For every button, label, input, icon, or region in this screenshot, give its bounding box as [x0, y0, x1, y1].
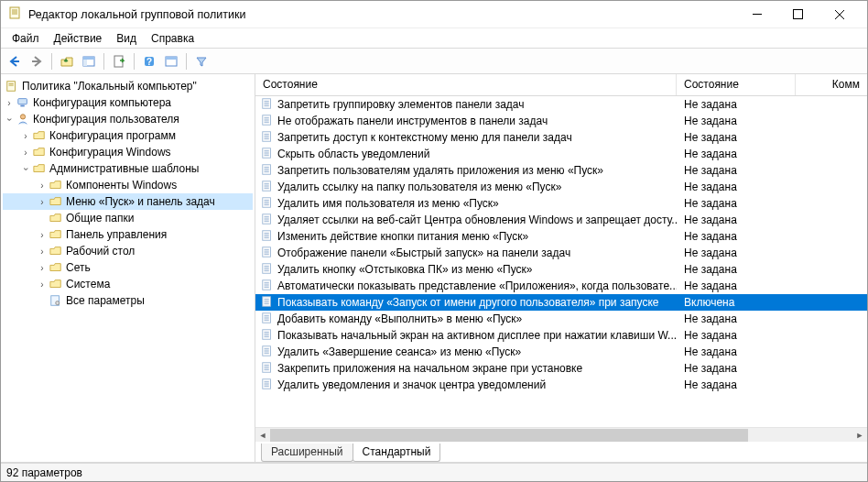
svg-point-21	[20, 115, 25, 119]
status-text: 92 параметров	[6, 466, 82, 479]
menu-view[interactable]: Вид	[109, 30, 144, 47]
list-row[interactable]: Удалить ссылку на папку пользователя из …	[255, 179, 867, 195]
tree-start-taskbar[interactable]: › Меню «Пуск» и панель задач	[3, 193, 253, 210]
up-button[interactable]	[57, 51, 77, 71]
item-state: Не задана	[677, 197, 796, 210]
expander-icon[interactable]: ›	[19, 131, 32, 141]
list-row[interactable]: Изменить действие кнопки питания меню «П…	[255, 228, 867, 245]
column-comment[interactable]: Комм	[796, 74, 867, 95]
item-state: Не задана	[677, 164, 796, 177]
tree-shared-folders[interactable]: Общие папки	[3, 210, 253, 226]
expander-icon[interactable]: ›	[36, 181, 49, 191]
item-state: Не задана	[677, 214, 796, 226]
svg-rect-39	[263, 148, 271, 158]
list-row[interactable]: Удалить имя пользователя из меню «Пуск»Н…	[255, 195, 867, 212]
expander-icon[interactable]: ›	[5, 113, 15, 126]
scroll-left-icon[interactable]: ◄	[255, 428, 270, 443]
maximize-button[interactable]	[777, 1, 819, 28]
close-button[interactable]	[819, 1, 860, 28]
menubar: Файл Действие Вид Справка	[1, 28, 867, 49]
tab-standard[interactable]: Стандартный	[353, 444, 441, 462]
tree-windows-components[interactable]: › Компоненты Windows	[3, 177, 253, 193]
scroll-right-icon[interactable]: ►	[852, 428, 867, 443]
tree-control-panel[interactable]: › Панель управления	[3, 226, 253, 243]
folder-icon	[32, 162, 47, 175]
list-row[interactable]: Скрыть область уведомленийНе задана	[255, 146, 867, 162]
tab-extended[interactable]: Расширенный	[261, 444, 353, 462]
folder-icon	[49, 212, 63, 225]
item-state: Не задана	[677, 230, 796, 243]
details-pane: Состояние Состояние Комм Запретить групп…	[255, 74, 867, 462]
list-body[interactable]: Запретить группировку элементов панели з…	[255, 96, 867, 427]
tree-windows-config[interactable]: › Конфигурация Windows	[3, 144, 253, 160]
menu-help[interactable]: Справка	[144, 30, 201, 47]
expander-icon[interactable]: ›	[3, 98, 16, 108]
expander-icon[interactable]: ›	[36, 197, 49, 207]
item-state: Не задана	[677, 181, 796, 193]
expander-icon[interactable]: ›	[19, 148, 32, 158]
tree-system[interactable]: › Система	[3, 276, 253, 292]
column-state[interactable]: Состояние	[677, 74, 796, 95]
list-row[interactable]: Запретить группировку элементов панели з…	[255, 96, 867, 113]
folder-icon	[49, 245, 63, 257]
folder-icon	[32, 129, 47, 142]
scroll-track[interactable]	[270, 428, 852, 443]
statusbar: 92 параметров	[1, 463, 867, 481]
properties-button[interactable]	[161, 51, 181, 71]
item-state: Включена	[677, 296, 796, 309]
svg-rect-9	[83, 57, 94, 60]
expander-icon[interactable]: ›	[21, 162, 31, 175]
show-hide-tree-button[interactable]	[79, 51, 99, 71]
horizontal-scrollbar[interactable]: ◄ ►	[255, 427, 867, 442]
list-row[interactable]: Добавить команду «Выполнить» в меню «Пус…	[255, 311, 867, 327]
list-header: Состояние Состояние Комм	[255, 74, 867, 96]
minimize-button[interactable]	[736, 1, 777, 28]
item-state: Не задана	[677, 378, 796, 391]
tree-root[interactable]: Политика "Локальный компьютер"	[3, 78, 253, 94]
list-row[interactable]: Автоматически показывать представление «…	[255, 278, 867, 294]
folder-icon	[49, 278, 63, 290]
list-row[interactable]: Удалить уведомления и значок центра увед…	[255, 377, 867, 393]
svg-point-23	[56, 301, 60, 305]
tree-desktop[interactable]: › Рабочий стол	[3, 243, 253, 259]
menu-action[interactable]: Действие	[47, 30, 110, 47]
tree-label: Все параметры	[66, 294, 145, 307]
list-row[interactable]: Запретить пользователям удалять приложен…	[255, 162, 867, 179]
column-name[interactable]: Состояние	[255, 74, 677, 95]
list-row[interactable]: Удаляет ссылки на веб-сайт Центра обновл…	[255, 212, 867, 228]
list-row[interactable]: Отображение панели «Быстрый запуск» на п…	[255, 245, 867, 261]
tree-user-config[interactable]: › Конфигурация пользователя	[3, 111, 253, 127]
policy-item-icon	[261, 279, 274, 294]
tree-label: Конфигурация Windows	[49, 146, 171, 159]
item-name: Скрыть область уведомлений	[277, 148, 429, 160]
user-icon	[16, 113, 30, 126]
item-name: Показывать начальный экран на активном д…	[277, 329, 677, 342]
list-row[interactable]: Показывать начальный экран на активном д…	[255, 327, 867, 344]
list-row[interactable]: Не отображать панели инструментов в пане…	[255, 113, 867, 129]
tree-network[interactable]: › Сеть	[3, 259, 253, 276]
policy-item-icon	[261, 345, 274, 360]
list-row[interactable]: Закрепить приложения на начальном экране…	[255, 360, 867, 377]
scroll-thumb[interactable]	[270, 429, 748, 442]
list-row[interactable]: Запретить доступ к контекстному меню для…	[255, 129, 867, 146]
tree-admin-templates[interactable]: › Административные шаблоны	[3, 160, 253, 177]
expander-icon[interactable]: ›	[36, 263, 49, 273]
forward-button[interactable]	[27, 51, 47, 71]
list-row[interactable]: Удалить кнопку «Отстыковка ПК» из меню «…	[255, 261, 867, 278]
filter-button[interactable]	[191, 51, 212, 71]
list-row[interactable]: Удалить «Завершение сеанса» из меню «Пус…	[255, 344, 867, 360]
export-button[interactable]	[109, 51, 129, 71]
tree-computer-config[interactable]: › Конфигурация компьютера	[3, 94, 253, 111]
item-state: Не задана	[677, 131, 796, 144]
tree-all-parameters[interactable]: Все параметры	[3, 292, 253, 309]
back-button[interactable]	[5, 51, 25, 71]
list-row[interactable]: Показывать команду «Запуск от имени друг…	[255, 294, 867, 311]
tree-program-config[interactable]: › Конфигурация программ	[3, 127, 253, 144]
policy-item-icon	[261, 97, 274, 113]
tree-pane[interactable]: Политика "Локальный компьютер" › Конфигу…	[1, 74, 255, 462]
menu-file[interactable]: Файл	[5, 30, 47, 47]
expander-icon[interactable]: ›	[36, 279, 49, 290]
expander-icon[interactable]: ›	[36, 246, 49, 257]
expander-icon[interactable]: ›	[36, 230, 49, 240]
help-button[interactable]: ?	[139, 51, 159, 71]
